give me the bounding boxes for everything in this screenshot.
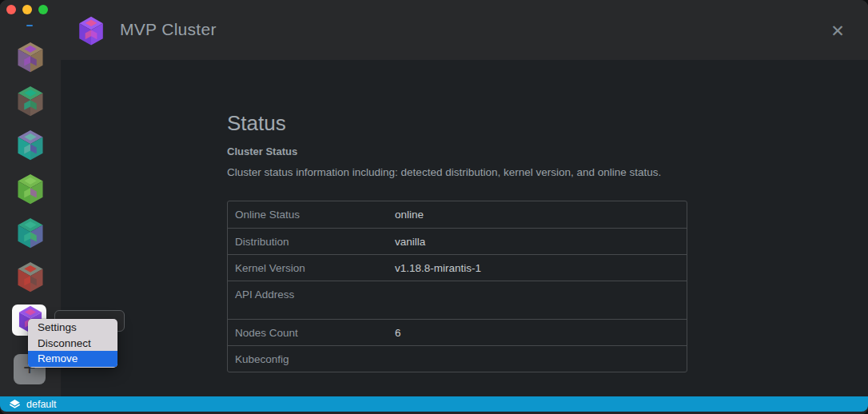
table-row-label: Online Status — [228, 201, 395, 221]
cluster-status-table: Online StatusonlineDistributionvanillaKe… — [227, 201, 687, 372]
cluster-context-menu: SettingsDisconnectRemove — [28, 319, 117, 368]
close-window-button[interactable] — [6, 5, 16, 14]
table-row-label: Kernel Version — [228, 255, 395, 274]
table-row: Online Statusonline — [228, 201, 687, 228]
context-menu-item-disconnect[interactable]: Disconnect — [28, 336, 117, 352]
table-row-value: 6 — [395, 320, 687, 339]
table-row-label: API Address — [228, 281, 395, 301]
table-row: Kernel Versionv1.18.8-mirantis-1 — [228, 254, 687, 281]
table-row: API Address — [228, 281, 687, 319]
cluster-header: MVP Cluster ✕ — [0, 0, 868, 60]
traffic-lights — [6, 5, 48, 14]
sidebar-cluster-item[interactable] — [14, 217, 46, 251]
table-row-label: Kubeconfig — [228, 346, 395, 365]
table-row-label: Distribution — [228, 229, 395, 248]
table-row-value: online — [395, 201, 687, 221]
sidebar-cluster-item[interactable] — [14, 173, 46, 207]
active-namespace-label[interactable]: default — [26, 399, 57, 410]
table-row-value: v1.18.8-mirantis-1 — [395, 255, 687, 274]
close-icon[interactable]: ✕ — [826, 20, 849, 42]
table-row-value — [395, 281, 687, 289]
sidebar-cluster-item[interactable] — [14, 86, 46, 119]
cluster-status-page: Status Cluster Status Cluster status inf… — [61, 60, 868, 396]
page-title: MVP Cluster — [120, 20, 217, 39]
app-window: MVP Cluster ✕ + Status Cluster Status Cl… — [0, 0, 868, 414]
cluster-status-description: Cluster status information including: de… — [227, 166, 661, 178]
table-row: Kubeconfig — [228, 345, 687, 372]
table-row-label: Nodes Count — [228, 320, 395, 339]
minimize-window-button[interactable] — [22, 5, 32, 14]
table-row: Nodes Count6 — [228, 319, 687, 345]
cluster-status-subheading: Cluster Status — [227, 145, 297, 157]
layers-icon — [9, 398, 21, 410]
sidebar-cluster-item[interactable] — [14, 261, 46, 295]
cluster-cube-icon — [77, 16, 106, 48]
sidebar-cluster-item[interactable] — [14, 42, 46, 75]
status-bar: default — [0, 396, 868, 412]
zoom-window-button[interactable] — [38, 5, 48, 14]
table-row: Distributionvanilla — [228, 228, 687, 254]
context-menu-item-settings[interactable]: Settings — [28, 320, 117, 336]
context-menu-item-remove[interactable]: Remove — [28, 351, 117, 367]
sidebar-cluster-item[interactable] — [14, 129, 46, 163]
sidebar-scroll-indicator — [26, 25, 33, 26]
table-row-value: vanilla — [395, 229, 687, 248]
table-row-value — [395, 346, 687, 353]
status-heading: Status — [227, 111, 286, 136]
